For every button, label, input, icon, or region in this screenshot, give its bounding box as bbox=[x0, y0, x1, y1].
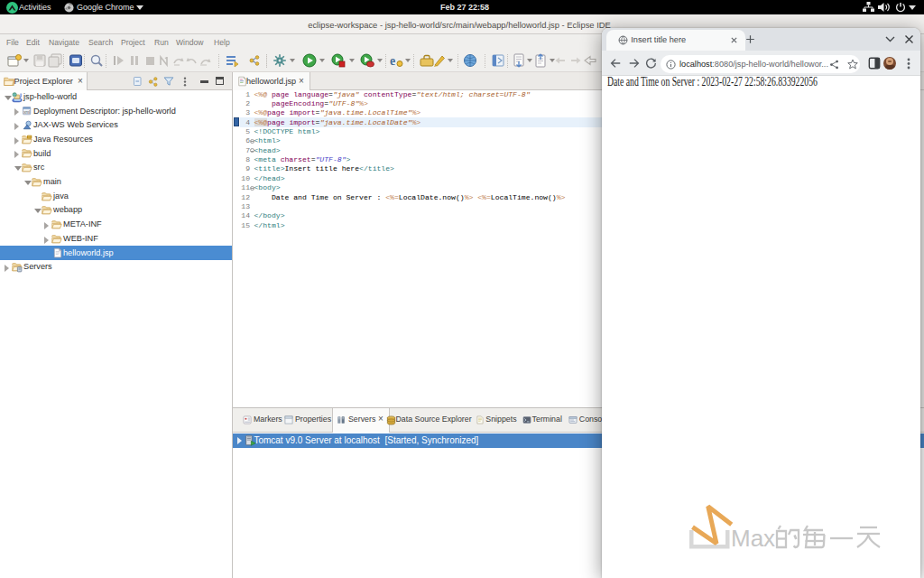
svg-text:xml: xml bbox=[23, 110, 30, 115]
svg-text:e: e bbox=[390, 54, 395, 68]
